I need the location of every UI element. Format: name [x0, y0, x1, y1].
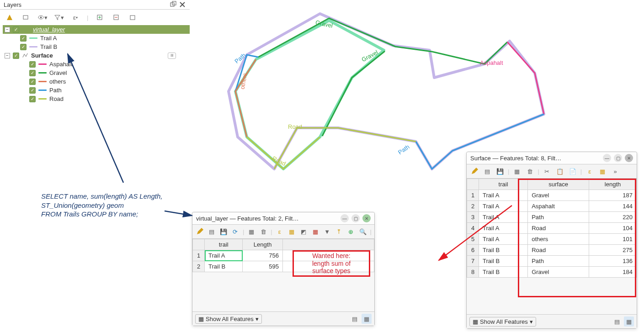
visibility-checkbox[interactable]: [20, 44, 27, 50]
select-expression-icon[interactable]: ε: [585, 166, 595, 176]
cell-trail[interactable]: Trail A: [479, 234, 528, 245]
cell-length[interactable]: 101: [589, 234, 637, 245]
cell-trail[interactable]: Trail B: [479, 245, 528, 256]
layer-surface[interactable]: − Surface ⊞: [3, 51, 190, 60]
style-icon[interactable]: [5, 12, 15, 22]
layer-path[interactable]: Path: [27, 86, 190, 95]
cell-trail[interactable]: Trail A: [205, 250, 243, 261]
save-icon[interactable]: 💾: [495, 166, 505, 176]
table-corner[interactable]: [193, 239, 205, 250]
row-header[interactable]: 6: [467, 245, 479, 256]
multiedit-icon[interactable]: ▤: [482, 166, 492, 176]
cell-surface[interactable]: Road: [528, 245, 589, 256]
more-icon[interactable]: »: [610, 166, 620, 176]
form-view-icon[interactable]: ▤: [350, 314, 360, 324]
expression-icon[interactable]: ε▾: [70, 12, 80, 22]
add-feature-icon[interactable]: ▦: [512, 166, 522, 176]
select-all-icon[interactable]: ▦: [287, 227, 296, 237]
layer-gravel[interactable]: Gravel: [27, 69, 190, 77]
table-row[interactable]: 3Trail APath220: [467, 212, 637, 223]
paste-icon[interactable]: 📄: [568, 166, 578, 176]
cell-length[interactable]: 187: [589, 190, 637, 201]
cell-surface[interactable]: Path: [528, 256, 589, 267]
cell-surface[interactable]: Gravel: [528, 267, 589, 278]
copy-icon[interactable]: 📋: [555, 166, 565, 176]
cell-length[interactable]: 595: [243, 261, 283, 272]
row-header[interactable]: 2: [193, 261, 205, 272]
undock-icon[interactable]: [170, 1, 177, 8]
edit-pencil-icon[interactable]: [469, 166, 479, 176]
minimize-icon[interactable]: —: [341, 214, 349, 222]
visibility-checkbox[interactable]: [29, 96, 36, 102]
layer-trail-b[interactable]: Trail B: [18, 42, 190, 51]
cell-surface[interactable]: Gravel: [528, 190, 589, 201]
cell-length[interactable]: 275: [589, 245, 637, 256]
table-corner[interactable]: [467, 179, 479, 190]
close-icon[interactable]: ✕: [362, 214, 371, 222]
select-expression-icon[interactable]: ε: [275, 227, 284, 237]
delete-selected-icon[interactable]: 🗑: [525, 166, 535, 176]
table-row[interactable]: 8Trail BGravel184: [467, 267, 637, 278]
cell-trail[interactable]: Trail A: [479, 201, 528, 212]
cell-trail[interactable]: Trail A: [479, 190, 528, 201]
cell-length[interactable]: 136: [589, 256, 637, 267]
row-header[interactable]: 5: [467, 234, 479, 245]
cell-trail[interactable]: Trail A: [479, 223, 528, 234]
cell-length[interactable]: 184: [589, 267, 637, 278]
deselect-icon[interactable]: ▦: [311, 227, 320, 237]
move-selected-top-icon[interactable]: ⤒: [335, 227, 344, 237]
delete-selected-icon[interactable]: 🗑: [259, 227, 268, 237]
add-feature-icon[interactable]: ▦: [247, 227, 256, 237]
close-icon[interactable]: [179, 1, 186, 8]
cell-length[interactable]: 144: [589, 201, 637, 212]
multiedit-icon[interactable]: ▤: [207, 227, 216, 237]
visibility-checkbox[interactable]: [29, 61, 36, 68]
row-header[interactable]: 8: [467, 267, 479, 278]
edit-pencil-icon[interactable]: [195, 227, 204, 237]
expand-toggle[interactable]: −: [5, 27, 10, 32]
table-row[interactable]: 7Trail BPath136: [467, 256, 637, 267]
close-icon[interactable]: ✕: [625, 154, 633, 162]
cell-length[interactable]: 104: [589, 223, 637, 234]
show-all-features-dropdown[interactable]: ▦ Show All Features ▾: [469, 317, 536, 327]
column-header-length[interactable]: Length: [243, 239, 283, 250]
visibility-checkbox[interactable]: [13, 26, 19, 33]
row-header[interactable]: 3: [467, 212, 479, 223]
add-group-icon[interactable]: [21, 12, 31, 22]
layer-others[interactable]: others: [27, 77, 190, 86]
table-row[interactable]: 6Trail BRoad275: [467, 245, 637, 256]
expand-all-icon[interactable]: [95, 12, 105, 22]
cell-trail[interactable]: Trail B: [479, 256, 528, 267]
surface-table[interactable]: trail surface length 1Trail AGravel1872T…: [467, 179, 637, 278]
maximize-icon[interactable]: ▢: [351, 214, 360, 222]
save-icon[interactable]: 💾: [219, 227, 228, 237]
zoom-to-selected-icon[interactable]: 🔍: [358, 227, 367, 237]
table-row[interactable]: 2Trail AAspahalt144: [467, 201, 637, 212]
filter-icon[interactable]: ▼: [323, 227, 332, 237]
column-header-surface[interactable]: surface: [528, 179, 589, 190]
cell-surface[interactable]: Road: [528, 223, 589, 234]
cell-trail[interactable]: Trail B: [205, 261, 243, 272]
table-row[interactable]: 1Trail AGravel187: [467, 190, 637, 201]
visibility-checkbox[interactable]: [20, 35, 27, 42]
table-row[interactable]: 4Trail ARoad104: [467, 223, 637, 234]
cell-length[interactable]: 756: [243, 250, 283, 261]
row-header[interactable]: 1: [467, 190, 479, 201]
form-view-icon[interactable]: ▤: [612, 316, 622, 327]
cut-icon[interactable]: ✂: [542, 166, 552, 176]
layer-aspahalt[interactable]: Aspahalt: [27, 60, 190, 69]
cell-trail[interactable]: Trail B: [479, 267, 528, 278]
column-header-trail[interactable]: trail: [205, 239, 243, 250]
table-view-icon[interactable]: ▦: [624, 316, 634, 327]
row-header[interactable]: 2: [467, 201, 479, 212]
expand-toggle[interactable]: −: [5, 53, 10, 58]
visibility-icon[interactable]: ▾: [37, 12, 48, 22]
visibility-checkbox[interactable]: [13, 53, 19, 59]
layer-virtual-layer[interactable]: − virtual_layer: [3, 25, 190, 34]
minimize-icon[interactable]: —: [603, 154, 611, 162]
table-row[interactable]: 5Trail Aothers101: [467, 234, 637, 245]
remove-layer-icon[interactable]: [128, 12, 138, 22]
column-header-trail[interactable]: trail: [479, 179, 528, 190]
cell-surface[interactable]: others: [528, 234, 589, 245]
cell-trail[interactable]: Trail A: [479, 212, 528, 223]
